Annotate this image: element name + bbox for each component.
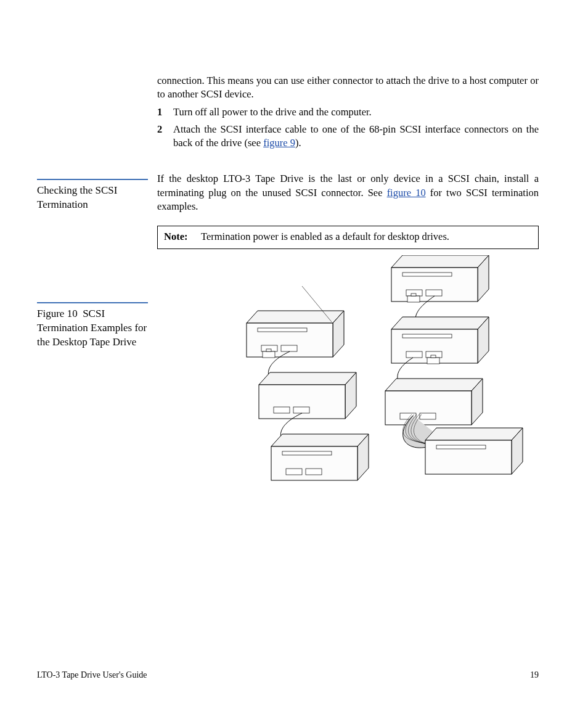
note-label: Note:: [164, 230, 201, 244]
figure-link[interactable]: figure 10: [387, 187, 426, 199]
step-body: Turn off all power to the drive and the …: [173, 105, 539, 119]
page-footer: LTO-3 Tape Drive User's Guide 19: [37, 670, 539, 681]
figure-caption: Figure 10 SCSI Termination Examples for …: [37, 302, 148, 350]
step-1: 1 Turn off all power to the drive and th…: [157, 105, 539, 119]
scsi-termination-diagram: [228, 255, 524, 490]
section-heading: Checking the SCSI Termination: [37, 179, 148, 212]
figure-number: Figure 10: [37, 308, 78, 319]
section-heading-text: Checking the SCSI Termination: [37, 184, 148, 212]
step-number: 2: [157, 123, 173, 150]
figure-link[interactable]: figure 9: [263, 137, 295, 149]
section-rule: [37, 179, 148, 180]
footer-page-number: 19: [530, 670, 539, 681]
figure-10: [228, 255, 524, 490]
note-text: Termination power is enabled as a defaul…: [201, 230, 532, 244]
body-paragraph: If the desktop LTO-3 Tape Drive is the l…: [157, 172, 539, 213]
note-box: Note: Termination power is enabled as a …: [157, 226, 539, 249]
footer-doc-title: LTO-3 Tape Drive User's Guide: [37, 670, 147, 681]
step-number: 1: [157, 105, 173, 119]
step-2: 2 Attach the SCSI interface cable to one…: [157, 123, 539, 150]
step-body: Attach the SCSI interface cable to one o…: [173, 123, 539, 150]
step-text-b: ).: [295, 137, 301, 149]
body-paragraph-continuation: connection. This means you can use eithe…: [157, 74, 539, 150]
figure-rule: [37, 302, 148, 303]
paragraph-text: connection. This means you can use eithe…: [157, 74, 539, 102]
step-text-a: Attach the SCSI interface cable to one o…: [173, 123, 539, 149]
